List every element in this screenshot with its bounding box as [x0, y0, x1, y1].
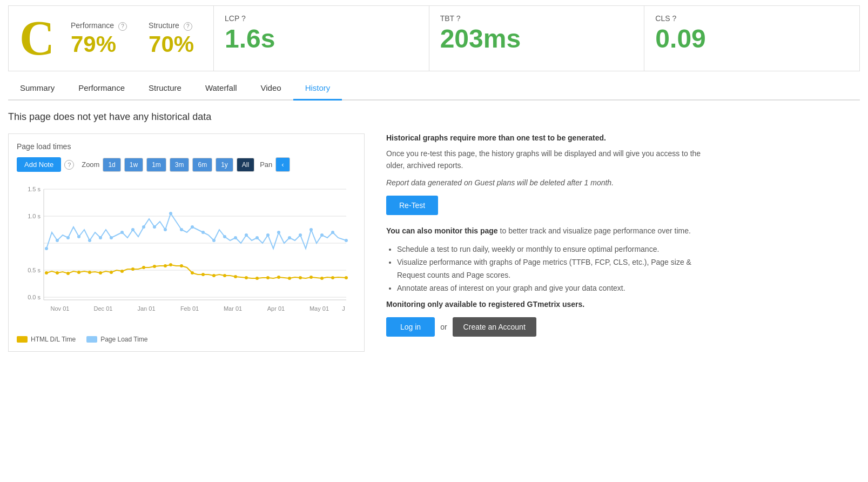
monitor-intro-bold: You can also monitor this page [386, 226, 498, 235]
svg-point-36 [245, 233, 248, 237]
retest-button[interactable]: Re-Test [386, 196, 438, 215]
svg-point-19 [66, 236, 70, 239]
svg-text:May 01: May 01 [309, 305, 329, 312]
svg-text:Nov 01: Nov 01 [51, 305, 70, 312]
svg-point-34 [223, 235, 226, 238]
legend-page-load-color [86, 336, 97, 343]
chart-controls: Add Note ? Zoom 1d 1w 1m 3m 6m 1y All Pa… [17, 157, 356, 172]
grade-letter: C [19, 14, 55, 63]
zoom-6m-button[interactable]: 6m [192, 158, 212, 172]
create-account-button[interactable]: Create an Account [453, 317, 536, 337]
svg-point-58 [169, 263, 172, 266]
bullet-list: Schedule a test to run daily, weekly or … [397, 243, 710, 294]
svg-point-60 [191, 271, 194, 275]
zoom-1y-button[interactable]: 1y [216, 158, 233, 172]
svg-text:1.0 s: 1.0 s [28, 213, 41, 219]
svg-point-30 [180, 228, 183, 231]
chart-svg-container: 1.5 s 1.0 s 0.5 s 0.0 s Nov 01 Dec 01 Ja… [17, 178, 356, 331]
monitoring-note: Monitoring only available to registered … [386, 300, 710, 309]
lcp-help-icon[interactable]: ? [241, 14, 246, 23]
svg-text:0.0 s: 0.0 s [28, 294, 41, 300]
chart-legend: HTML D/L Time Page Load Time [17, 336, 356, 343]
login-button[interactable]: Log in [386, 317, 435, 337]
metric-pair: Performance ? 79% Structure ? 70% [71, 21, 194, 56]
svg-point-73 [331, 276, 334, 279]
tab-performance[interactable]: Performance [66, 77, 137, 101]
structure-help-icon[interactable]: ? [184, 22, 192, 31]
performance-help-icon[interactable]: ? [118, 22, 127, 31]
info-italic: Report data generated on Guest plans wil… [386, 178, 710, 187]
svg-point-38 [266, 233, 270, 237]
legend-page-load-label: Page Load Time [100, 336, 147, 343]
svg-point-27 [153, 225, 156, 229]
zoom-3m-button[interactable]: 3m [170, 158, 190, 172]
cls-help-icon[interactable]: ? [672, 14, 676, 23]
svg-point-26 [142, 225, 145, 229]
svg-point-45 [345, 239, 348, 242]
zoom-all-button[interactable]: All [237, 158, 254, 172]
legend-html-dl-color [17, 336, 28, 343]
svg-text:Apr 01: Apr 01 [267, 305, 285, 312]
info-heading: Historical graphs require more than one … [386, 133, 710, 142]
svg-point-25 [131, 228, 134, 231]
svg-point-31 [191, 225, 194, 229]
svg-text:0.5 s: 0.5 s [28, 267, 41, 273]
svg-point-28 [164, 228, 167, 231]
tbt-label: TBT ? [440, 14, 634, 23]
svg-point-74 [345, 276, 348, 279]
svg-point-39 [277, 231, 280, 234]
svg-point-22 [99, 236, 102, 239]
svg-point-67 [266, 276, 270, 279]
chart-help-icon[interactable]: ? [64, 160, 74, 170]
svg-point-41 [299, 233, 302, 237]
svg-point-29 [169, 212, 172, 215]
svg-point-23 [110, 236, 113, 239]
svg-point-57 [164, 264, 167, 267]
chart-panel: Page load times Add Note ? Zoom 1d 1w 1m… [8, 133, 365, 352]
svg-point-64 [234, 275, 237, 278]
tab-history[interactable]: History [293, 77, 342, 101]
svg-point-33 [212, 239, 216, 242]
svg-point-24 [120, 231, 124, 234]
cls-label: CLS ? [655, 14, 849, 23]
structure-label: Structure ? [149, 21, 194, 31]
svg-text:Dec 01: Dec 01 [94, 305, 113, 312]
tab-summary[interactable]: Summary [8, 77, 66, 101]
performance-value: 79% [71, 33, 127, 56]
bullet-3: Annotate areas of interest on your graph… [397, 282, 710, 295]
svg-point-59 [180, 264, 183, 267]
auth-buttons: Log in or Create an Account [386, 317, 710, 337]
svg-point-56 [153, 265, 156, 268]
svg-point-70 [299, 276, 302, 279]
svg-point-69 [288, 277, 291, 280]
zoom-1w-button[interactable]: 1w [124, 158, 143, 172]
page-message: This page does not yet have any historic… [8, 111, 860, 123]
tab-structure[interactable]: Structure [137, 77, 193, 101]
svg-text:J: J [342, 305, 345, 312]
svg-point-65 [245, 276, 248, 279]
web-vitals-section: LCP ? 1.6s TBT ? 203ms CLS ? 0.09 [214, 6, 859, 71]
grade-section: C Performance ? 79% Structure ? 70% [9, 6, 214, 71]
tab-video[interactable]: Video [249, 77, 293, 101]
svg-text:Mar 01: Mar 01 [224, 305, 242, 312]
cls-value: 0.09 [655, 26, 849, 52]
add-note-button[interactable]: Add Note [17, 157, 61, 172]
svg-point-72 [320, 277, 324, 280]
tab-waterfall[interactable]: Waterfall [193, 77, 249, 101]
bullet-1: Schedule a test to run daily, weekly or … [397, 243, 710, 256]
svg-point-62 [212, 274, 216, 277]
info-text1: Once you re-test this page, the history … [386, 148, 710, 172]
pan-left-button[interactable]: ‹ [275, 157, 290, 172]
zoom-1m-button[interactable]: 1m [146, 158, 166, 172]
svg-point-35 [234, 236, 237, 239]
tbt-help-icon[interactable]: ? [456, 14, 461, 23]
svg-point-20 [77, 235, 80, 238]
chart-title: Page load times [17, 142, 356, 151]
svg-point-68 [277, 276, 280, 279]
svg-point-61 [201, 273, 205, 276]
zoom-1d-button[interactable]: 1d [103, 158, 120, 172]
svg-point-48 [66, 272, 70, 275]
performance-metric: Performance ? 79% [71, 21, 127, 56]
pan-label: Pan [260, 160, 272, 169]
legend-html-dl-label: HTML D/L Time [31, 336, 76, 343]
